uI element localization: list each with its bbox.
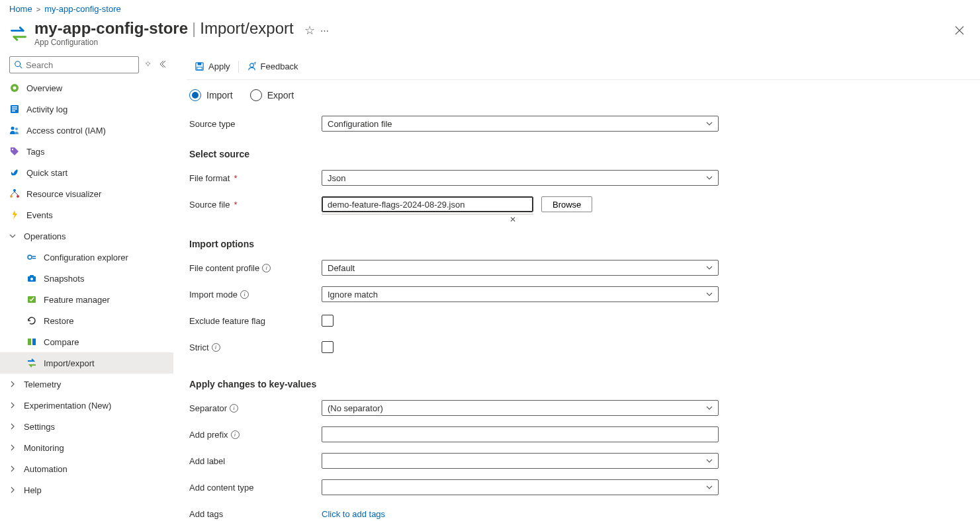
sidebar-group-help[interactable]: Help xyxy=(0,479,173,501)
svg-line-1 xyxy=(20,66,22,69)
strict-label: Strict i xyxy=(189,342,322,352)
chevron-right-icon xyxy=(9,465,17,472)
svg-point-10 xyxy=(12,149,13,150)
feedback-button[interactable]: Feedback xyxy=(239,54,306,79)
sidebar-item-resource-visualizer[interactable]: Resource visualizer xyxy=(0,183,173,204)
sidebar-item-feature-manager[interactable]: Feature manager xyxy=(0,289,173,310)
file-format-label: File format* xyxy=(189,173,322,183)
sidebar-item-config-explorer[interactable]: Configuration explorer xyxy=(0,247,173,268)
exclude-feature-flag-checkbox[interactable] xyxy=(322,315,334,327)
sidebar-group-settings[interactable]: Settings xyxy=(0,416,173,437)
collapse-sidebar-icon[interactable] xyxy=(157,60,167,71)
import-export-icon xyxy=(26,358,37,368)
sidebar-group-monitoring[interactable]: Monitoring xyxy=(0,437,173,458)
sidebar-item-events[interactable]: Events xyxy=(0,204,173,225)
resource-visualizer-icon xyxy=(9,188,20,199)
sidebar-group-telemetry[interactable]: Telemetry xyxy=(0,374,173,395)
overview-icon xyxy=(9,83,20,93)
clear-file-icon[interactable]: ✕ xyxy=(510,215,516,224)
nav-label: Events xyxy=(26,210,53,220)
strict-checkbox[interactable] xyxy=(322,341,334,353)
quick-start-icon xyxy=(9,167,20,178)
sidebar-item-access-control[interactable]: Access control (IAM) xyxy=(0,120,173,141)
chevron-down-icon xyxy=(706,403,713,413)
more-menu-icon[interactable]: ⋯ xyxy=(320,26,329,36)
chevron-right-icon xyxy=(9,444,17,451)
add-content-type-label: Add content type xyxy=(189,483,322,493)
cmd-label: Feedback xyxy=(261,61,298,71)
chevron-down-icon xyxy=(706,456,713,466)
info-icon[interactable]: i xyxy=(262,264,271,272)
nav-label: Resource visualizer xyxy=(26,189,101,199)
breadcrumb-home[interactable]: Home xyxy=(9,4,32,14)
add-prefix-input[interactable] xyxy=(322,426,719,442)
sidebar-group-operations[interactable]: Operations xyxy=(0,225,173,247)
sidebar-search[interactable] xyxy=(9,56,139,73)
separator-label: Separator i xyxy=(189,403,322,413)
info-icon[interactable]: i xyxy=(230,404,238,413)
add-label-label: Add label xyxy=(189,456,322,466)
nav-label: Overview xyxy=(26,83,62,93)
apply-button[interactable]: Apply xyxy=(187,54,238,79)
nav-label: Experimentation (New) xyxy=(24,401,111,411)
svg-point-12 xyxy=(10,195,13,198)
radio-label: Export xyxy=(267,90,294,100)
sidebar-item-compare[interactable]: Compare xyxy=(0,331,173,352)
svg-point-26 xyxy=(249,63,253,67)
import-mode-select[interactable]: Ignore match xyxy=(322,286,719,302)
add-label-select[interactable] xyxy=(322,453,719,469)
radio-import[interactable]: Import xyxy=(189,89,233,101)
chevron-right-icon xyxy=(9,423,17,430)
compare-icon xyxy=(26,337,37,347)
info-icon[interactable]: i xyxy=(240,290,249,299)
file-format-select[interactable]: Json xyxy=(322,170,719,186)
select-value: Default xyxy=(328,263,355,273)
sidebar-item-overview[interactable]: Overview xyxy=(0,77,173,99)
breadcrumb: Home > my-app-config-store xyxy=(0,0,980,15)
search-icon xyxy=(14,60,23,69)
sidebar-item-snapshots[interactable]: Snapshots xyxy=(0,268,173,289)
info-icon[interactable]: i xyxy=(231,430,240,439)
sidebar-item-activity-log[interactable]: Activity log xyxy=(0,99,173,120)
breadcrumb-store[interactable]: my-app-config-store xyxy=(44,4,121,14)
sidebar-item-import-export[interactable]: Import/export xyxy=(0,352,173,374)
select-value: (No separator) xyxy=(328,403,383,413)
sidebar-item-restore[interactable]: Restore xyxy=(0,310,173,331)
file-content-profile-label: File content profile i xyxy=(189,263,322,273)
pin-icon[interactable] xyxy=(144,60,152,70)
source-type-select[interactable]: Configuration file xyxy=(322,116,719,132)
chevron-down-icon xyxy=(706,290,713,300)
add-content-type-select[interactable] xyxy=(322,479,719,495)
radio-export[interactable]: Export xyxy=(250,89,294,101)
select-source-heading: Select source xyxy=(189,149,967,159)
command-bar: Apply Feedback xyxy=(187,54,980,80)
svg-rect-25 xyxy=(197,67,202,69)
file-content-profile-select[interactable]: Default xyxy=(322,260,719,276)
close-blade-button[interactable] xyxy=(948,22,971,42)
add-tags-link[interactable]: Click to add tags xyxy=(322,509,385,519)
app-config-icon xyxy=(9,24,28,43)
svg-rect-6 xyxy=(12,108,17,110)
nav-label: Quick start xyxy=(26,168,67,178)
separator-select[interactable]: (No separator) xyxy=(322,400,719,416)
sidebar-group-experimentation[interactable]: Experimentation (New) xyxy=(0,395,173,416)
nav-label: Configuration explorer xyxy=(44,253,128,262)
select-value: Ignore match xyxy=(328,290,378,300)
nav-label: Settings xyxy=(24,422,55,432)
sidebar: Overview Activity log Access control (IA… xyxy=(0,54,173,521)
sidebar-item-tags[interactable]: Tags xyxy=(0,141,173,162)
browse-button[interactable]: Browse xyxy=(541,196,592,212)
source-file-input[interactable]: demo-feature-flags-2024-08-29.json xyxy=(322,196,533,212)
apply-changes-heading: Apply changes to key-values xyxy=(189,379,967,389)
info-icon[interactable]: i xyxy=(212,343,220,352)
svg-rect-7 xyxy=(12,110,15,112)
sidebar-search-input[interactable] xyxy=(26,60,134,70)
sidebar-group-automation[interactable]: Automation xyxy=(0,458,173,479)
favorite-star-icon[interactable]: ☆ xyxy=(304,23,315,38)
sidebar-item-quick-start[interactable]: Quick start xyxy=(0,162,173,183)
page-title: my-app-config-store | Import/export xyxy=(34,19,294,38)
radio-label: Import xyxy=(206,90,233,100)
nav-label: Access control (IAM) xyxy=(26,126,106,136)
events-icon xyxy=(9,210,20,220)
input-value: demo-feature-flags-2024-08-29.json xyxy=(328,200,465,210)
